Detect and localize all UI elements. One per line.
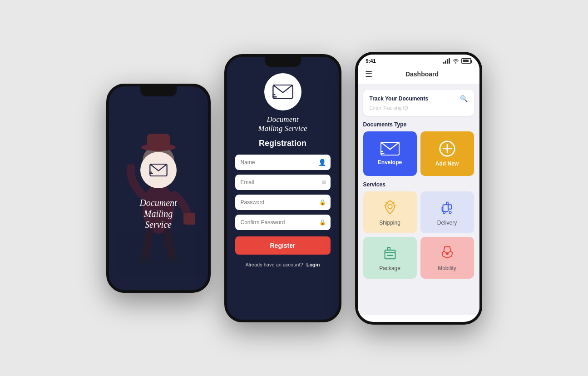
lock-icon: 🔒 bbox=[319, 199, 326, 206]
mobility-label: Mobility bbox=[438, 265, 456, 271]
package-card[interactable]: Package bbox=[363, 237, 417, 279]
dashboard-title: Dashboard bbox=[405, 70, 439, 78]
delivery-icon bbox=[439, 199, 456, 216]
package-label: Package bbox=[379, 265, 400, 271]
svg-rect-31 bbox=[385, 250, 395, 259]
svg-point-7 bbox=[138, 257, 152, 263]
envelope-label: Envelope bbox=[378, 159, 402, 165]
package-icon bbox=[381, 244, 399, 261]
wifi-icon bbox=[453, 58, 459, 64]
documents-type-section: Documents Type Envelope bbox=[363, 121, 474, 176]
shipping-label: Shipping bbox=[379, 220, 400, 226]
login-link[interactable]: Login bbox=[306, 262, 320, 267]
login-prompt: Already have an account? Login bbox=[245, 262, 320, 267]
phone2-logo-circle bbox=[264, 73, 301, 110]
brand-line2: Mailing Service bbox=[133, 208, 183, 230]
add-new-label: Add New bbox=[435, 160, 459, 167]
add-new-icon bbox=[439, 140, 455, 157]
character-svg bbox=[122, 118, 195, 263]
character-illustration bbox=[109, 91, 208, 290]
envelope-card[interactable]: Envelope bbox=[363, 131, 417, 176]
app-header: ☰ Dashboard bbox=[358, 65, 479, 84]
user-icon: 👤 bbox=[318, 159, 326, 166]
phone1-frame: Document Mailing Service bbox=[106, 84, 211, 293]
battery-icon bbox=[461, 58, 471, 64]
mobility-card[interactable]: Mobility bbox=[420, 237, 474, 279]
menu-icon[interactable]: ☰ bbox=[365, 69, 372, 79]
confirm-password-input[interactable] bbox=[235, 215, 331, 230]
phone2-brand-line1: Document bbox=[258, 115, 307, 124]
already-account-text: Already have an account? bbox=[245, 262, 303, 267]
name-field-wrapper: 👤 bbox=[235, 155, 331, 170]
status-bar: 9:41 bbox=[358, 55, 479, 65]
phone2-envelope-icon bbox=[272, 85, 293, 99]
track-section: Track Your Documents 🔍 Enter Tracking ID bbox=[363, 90, 474, 116]
status-time: 9:41 bbox=[366, 58, 376, 64]
phone3-frame: 9:41 ☰ Dashboard bbox=[355, 52, 482, 325]
status-icons bbox=[443, 58, 471, 64]
envelope-icon bbox=[149, 164, 168, 176]
email-input[interactable] bbox=[235, 175, 331, 190]
delivery-label: Delivery bbox=[437, 220, 457, 226]
phone1-notch bbox=[140, 86, 177, 96]
email-icon: ✉ bbox=[321, 179, 326, 185]
track-placeholder: Enter Tracking ID bbox=[370, 105, 468, 110]
add-new-card[interactable]: Add New bbox=[420, 131, 474, 176]
signal-icon bbox=[443, 58, 450, 64]
svg-rect-27 bbox=[443, 205, 448, 211]
svg-point-8 bbox=[165, 257, 179, 263]
svg-rect-16 bbox=[443, 62, 445, 64]
name-input[interactable] bbox=[235, 155, 331, 170]
svg-rect-19 bbox=[449, 58, 450, 64]
svg-point-34 bbox=[446, 252, 449, 255]
svg-rect-18 bbox=[447, 59, 448, 64]
phone2-brand-line2: Mailing Service bbox=[258, 124, 307, 133]
svg-point-26 bbox=[388, 204, 392, 209]
phone1-logo-circle bbox=[140, 152, 177, 188]
svg-rect-17 bbox=[445, 60, 446, 64]
svg-point-30 bbox=[449, 211, 451, 214]
shipping-card[interactable]: Shipping bbox=[363, 191, 417, 233]
svg-rect-28 bbox=[448, 205, 451, 209]
svg-point-29 bbox=[443, 211, 445, 214]
envelope-card-icon bbox=[380, 142, 400, 155]
shipping-icon bbox=[381, 199, 399, 216]
track-title: Track Your Documents bbox=[370, 95, 429, 102]
brand-line1: Document bbox=[133, 197, 183, 208]
documents-type-title: Documents Type bbox=[363, 121, 474, 128]
doc-types-grid: Envelope Add New bbox=[363, 131, 474, 176]
confirm-password-field-wrapper: 🔒 bbox=[235, 215, 331, 230]
lock-confirm-icon: 🔒 bbox=[319, 219, 326, 226]
phone1-brand: Document Mailing Service bbox=[133, 197, 183, 230]
phone3-body: Track Your Documents 🔍 Enter Tracking ID… bbox=[358, 84, 479, 315]
services-grid: Shipping Delivery bbox=[363, 191, 474, 279]
services-title: Services bbox=[363, 181, 474, 188]
email-field-wrapper: ✉ bbox=[235, 175, 331, 190]
services-section: Services Shipping bbox=[363, 181, 474, 279]
register-button[interactable]: Register bbox=[235, 236, 331, 255]
search-icon[interactable]: 🔍 bbox=[460, 95, 468, 102]
phone2-brand: Document Mailing Service bbox=[258, 115, 307, 134]
password-field-wrapper: 🔒 bbox=[235, 195, 331, 210]
password-input[interactable] bbox=[235, 195, 331, 210]
mobility-icon bbox=[439, 244, 456, 261]
svg-rect-6 bbox=[183, 213, 195, 225]
registration-title: Registration bbox=[259, 139, 306, 148]
delivery-card[interactable]: Delivery bbox=[420, 191, 474, 233]
svg-rect-3 bbox=[147, 134, 170, 150]
phone2-notch bbox=[265, 57, 301, 67]
phone2-frame: Document Mailing Service Registration 👤 … bbox=[224, 54, 341, 322]
